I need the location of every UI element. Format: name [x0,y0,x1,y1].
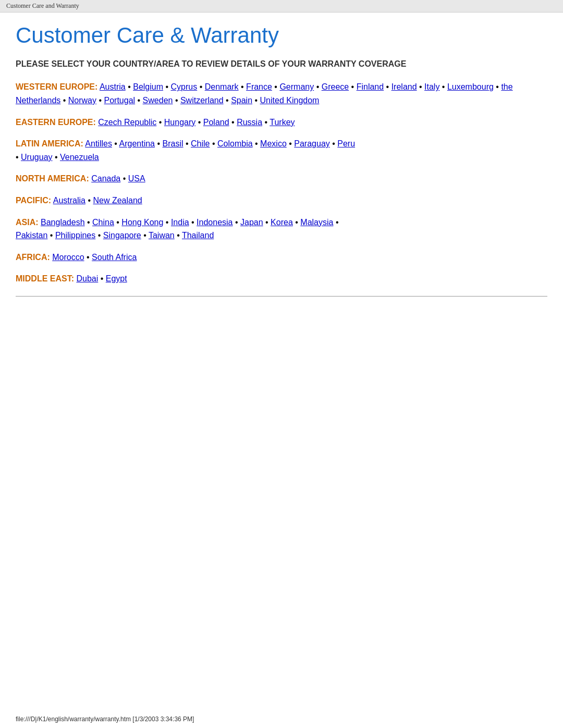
country-philippines[interactable]: Philippines [55,231,95,240]
separator [16,296,547,297]
country-switzerland[interactable]: Switzerland [180,96,224,105]
region-asia: ASIA: Bangladesh • China • Hong Kong • I… [16,216,547,242]
country-spain[interactable]: Spain [231,96,252,105]
country-australia[interactable]: Australia [53,196,85,205]
footer-text: file:///D|/K1/english/warranty/warranty.… [16,715,194,723]
region-label-pacific: PACIFIC: [16,196,51,205]
country-colombia[interactable]: Colombia [217,139,253,148]
country-czech-republic[interactable]: Czech Republic [98,118,156,127]
country-brasil[interactable]: Brasil [163,139,183,148]
country-taiwan[interactable]: Taiwan [149,231,175,240]
country-germany[interactable]: Germany [279,82,314,91]
country-indonesia[interactable]: Indonesia [197,218,232,227]
country-korea[interactable]: Korea [271,218,293,227]
country-venezuela[interactable]: Venezuela [60,153,99,162]
country-luxembourg[interactable]: Luxembourg [447,82,494,91]
country-india[interactable]: India [171,218,189,227]
region-north-america: NORTH AMERICA: Canada • USA [16,172,547,186]
country-morocco[interactable]: Morocco [52,253,84,262]
country-south-africa[interactable]: South Africa [92,253,137,262]
region-pacific: PACIFIC: Australia • New Zealand [16,194,547,207]
country-austria[interactable]: Austria [100,82,126,91]
country-united-kingdom[interactable]: United Kingdom [260,96,320,105]
country-japan[interactable]: Japan [240,218,263,227]
country-denmark[interactable]: Denmark [205,82,239,91]
subtitle: PLEASE SELECT YOUR COUNTRY/AREA TO REVIE… [16,58,547,70]
country-uruguay[interactable]: Uruguay [21,153,52,162]
country-finland[interactable]: Finland [357,82,384,91]
country-poland[interactable]: Poland [203,118,229,127]
region-label-asia: ASIA: [16,218,39,227]
region-western-europe: WESTERN EUROPE: Austria • Belgium • Cypr… [16,80,547,107]
country-malaysia[interactable]: Malaysia [300,218,333,227]
region-label-africa: AFRICA: [16,253,50,262]
region-label-latin-america: LATIN AMERICA: [16,139,83,148]
country-hong-kong[interactable]: Hong Kong [121,218,163,227]
country-italy[interactable]: Italy [424,82,439,91]
region-label-eastern-europe: EASTERN EUROPE: [16,118,96,127]
country-cyprus[interactable]: Cyprus [171,82,198,91]
country-greece[interactable]: Greece [322,82,349,91]
country-canada[interactable]: Canada [91,174,120,183]
country-norway[interactable]: Norway [68,96,96,105]
country-peru[interactable]: Peru [337,139,355,148]
country-ireland[interactable]: Ireland [391,82,417,91]
country-chile[interactable]: Chile [191,139,210,148]
country-dubai[interactable]: Dubai [76,274,98,283]
country-china[interactable]: China [92,218,114,227]
country-turkey[interactable]: Turkey [270,118,295,127]
country-hungary[interactable]: Hungary [164,118,195,127]
main-content: Customer Care & Warranty PLEASE SELECT Y… [0,13,563,333]
country-belgium[interactable]: Belgium [133,82,163,91]
country-france[interactable]: France [246,82,272,91]
country-mexico[interactable]: Mexico [260,139,287,148]
country-argentina[interactable]: Argentina [119,139,155,148]
region-label-western-europe: WESTERN EUROPE: [16,82,97,91]
country-paraguay[interactable]: Paraguay [294,139,330,148]
country-antilles[interactable]: Antilles [85,139,112,148]
browser-tab: Customer Care and Warranty [0,0,563,13]
region-middle-east: MIDDLE EAST: Dubai • Egypt [16,272,547,286]
country-sweden[interactable]: Sweden [143,96,173,105]
region-latin-america: LATIN AMERICA: Antilles • Argentina • Br… [16,137,547,164]
country-thailand[interactable]: Thailand [182,231,214,240]
country-egypt[interactable]: Egypt [106,274,127,283]
region-eastern-europe: EASTERN EUROPE: Czech Republic • Hungary… [16,116,547,129]
country-usa[interactable]: USA [128,174,145,183]
country-russia[interactable]: Russia [237,118,262,127]
region-label-north-america: NORTH AMERICA: [16,174,89,183]
country-bangladesh[interactable]: Bangladesh [41,218,85,227]
browser-tab-label: Customer Care and Warranty [6,2,79,9]
region-label-middle-east: MIDDLE EAST: [16,274,74,283]
footer: file:///D|/K1/english/warranty/warranty.… [16,715,194,723]
region-africa: AFRICA: Morocco • South Africa [16,251,547,264]
country-new-zealand[interactable]: New Zealand [93,196,142,205]
country-portugal[interactable]: Portugal [104,96,136,105]
country-singapore[interactable]: Singapore [103,231,141,240]
page-title: Customer Care & Warranty [16,23,547,48]
country-pakistan[interactable]: Pakistan [16,231,47,240]
